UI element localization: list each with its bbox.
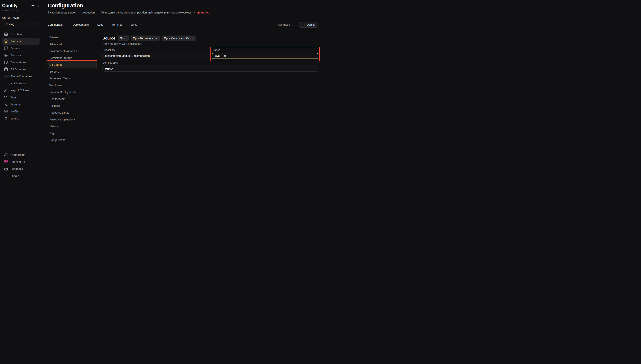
tab-row-right: Advanced Deploy (278, 22, 318, 28)
subnav-item-metrics[interactable]: Metrics (48, 123, 97, 130)
sidebar-item-label: Notifications (11, 82, 26, 85)
branch-value: level-100 (215, 54, 226, 57)
subnav-item-danger-zone[interactable]: Danger Zone (48, 136, 97, 144)
subnav-item-tags[interactable]: Tags (48, 130, 97, 136)
team-select[interactable]: Hosting (2, 21, 40, 27)
current-team-label: Current Team (2, 16, 40, 19)
sidebar-item-s3-storages[interactable]: S3 Storages (2, 66, 40, 73)
subnav-item-resource-limits[interactable]: Resource Limits (48, 109, 97, 116)
subnav-item-servers[interactable]: Servers (48, 68, 97, 75)
tab-deployments[interactable]: Deployments (73, 23, 89, 26)
main-content: Configuration illicitonion quote server … (42, 0, 321, 182)
sidebar-item-destinations[interactable]: Destinations (2, 59, 40, 66)
chevrons-up-down-icon[interactable] (37, 4, 40, 7)
sidebar-item-label: Feedback (11, 167, 23, 170)
subnav-item-rollback[interactable]: Rollback (48, 102, 97, 109)
app-version: v4.0.0-beta.399 (2, 9, 40, 12)
sidebar-item-sponsor-us[interactable]: Sponsor us (2, 158, 40, 165)
help-circle-icon (4, 167, 8, 171)
chevron-down-icon (35, 22, 37, 26)
breadcrumb-application[interactable]: illicitestonion/-module--decomposition:m… (101, 11, 191, 14)
checklist-icon (4, 153, 8, 157)
breadcrumb-project[interactable]: illicitonion quote server (48, 11, 76, 14)
chevron-right-icon (78, 11, 80, 14)
open-repository-label: Open Repository (133, 37, 153, 40)
subnav-item-webhooks[interactable]: Webhooks (48, 82, 97, 89)
tab-configuration[interactable]: Configuration (48, 23, 64, 26)
sidebar-item-notifications[interactable]: Notifications (2, 80, 40, 87)
sidebar-item-feedback[interactable]: Feedback (2, 165, 40, 172)
tab-links-label: Links (131, 23, 137, 26)
terminal-icon (4, 102, 8, 106)
git-source-panel: Source Save Open Repository Open Commits… (97, 34, 321, 182)
sidebar-item-servers[interactable]: Servers (2, 45, 40, 52)
chevrons-up-down-icon (291, 23, 294, 26)
sidebar-item-logout[interactable]: Logout (2, 172, 40, 179)
arrow-up-right-icon (155, 37, 157, 40)
branch-label: Branch (212, 48, 318, 52)
users-icon (4, 116, 8, 120)
sidebar-item-label: Projects (11, 40, 21, 43)
open-repository-button[interactable]: Open Repository (131, 36, 160, 41)
logo-row: Coolify (2, 3, 40, 8)
sidebar-item-onboarding[interactable]: Onboarding (2, 151, 40, 158)
key-icon (4, 88, 8, 92)
sidebar-item-keys-tokens[interactable]: Keys & Tokens (2, 87, 40, 94)
subnav-item-persistent-storage[interactable]: Persistent Storage (48, 54, 97, 61)
sun-icon[interactable] (31, 4, 35, 7)
repository-label: Repository (103, 48, 209, 52)
subnav-item-git-source[interactable]: Git Source (48, 61, 97, 68)
sidebar-footer: Onboarding Sponsor us Feedback Logout (2, 151, 40, 179)
sidebar-item-tags[interactable]: Tags (2, 94, 40, 101)
advanced-dropdown[interactable]: Advanced (278, 23, 294, 26)
subnav-item-healthcheck[interactable]: Healthcheck (48, 96, 97, 102)
sidebar-item-shared-variables[interactable]: (x) Shared Variables (2, 73, 40, 80)
commit-sha-value: HEAD (105, 67, 113, 70)
sidebar-item-label: Sponsor us (11, 160, 25, 164)
breadcrumb-environment[interactable]: production (82, 11, 95, 14)
sidebar-item-label: Dashboard (11, 32, 24, 36)
repository-value: illicitestonion/Module-Decomposition (105, 54, 150, 57)
open-commits-label: Open Commits on Git (164, 37, 190, 40)
chevron-right-icon (193, 11, 196, 14)
sidebar-item-label: Tags (11, 96, 17, 99)
sidebar-item-label: Keys & Tokens (11, 89, 29, 92)
sidebar-item-label: Shared Variables (11, 75, 32, 78)
subnav-item-environment-variables[interactable]: Environment Variables (48, 48, 97, 54)
deploy-button[interactable]: Deploy (299, 22, 318, 28)
commit-sha-input[interactable]: HEAD (103, 66, 318, 72)
user-circle-icon (4, 110, 8, 114)
chevrons-up-down-icon (139, 23, 141, 26)
branch-input[interactable]: level-100 (212, 53, 318, 59)
sidebar-item-label: Terminal (11, 103, 21, 106)
save-label: Save (120, 37, 126, 40)
repository-input[interactable]: illicitestonion/Module-Decomposition (103, 53, 209, 59)
save-button[interactable]: Save (118, 36, 129, 41)
subnav-item-advanced[interactable]: Advanced (48, 41, 97, 48)
sidebar-item-terminal[interactable]: Terminal (2, 101, 40, 108)
home-icon (4, 32, 8, 36)
map-icon (4, 60, 8, 64)
source-header: Source Save Open Repository Open Commits… (103, 36, 318, 41)
sidebar-item-profile[interactable]: Profile (2, 108, 40, 115)
subnav-item-general[interactable]: General (48, 34, 97, 41)
database-icon (4, 67, 8, 71)
sidebar-nav: Dashboard Projects Servers Sources Desti… (2, 30, 40, 122)
play-icon (302, 23, 305, 26)
sidebar-item-sources[interactable]: Sources (2, 52, 40, 59)
subnav-item-scheduled-tasks[interactable]: Scheduled Tasks (48, 75, 97, 82)
sidebar-item-projects[interactable]: Projects (2, 38, 40, 45)
tab-terminal[interactable]: Terminal (112, 23, 122, 26)
sidebar-item-label: Logout (11, 174, 19, 178)
source-description: Code source of your application. (103, 42, 318, 46)
logout-icon (4, 174, 8, 178)
open-commits-button[interactable]: Open Commits on Git (162, 36, 196, 41)
tab-logs[interactable]: Logs (97, 23, 103, 26)
subnav-item-preview-deployments[interactable]: Preview Deployments (48, 89, 97, 96)
sidebar-item-dashboard[interactable]: Dashboard (2, 30, 40, 38)
subnav-item-resource-operations[interactable]: Resource Operations (48, 116, 97, 123)
tab-links[interactable]: Links (131, 23, 141, 26)
braces-x-icon: (x) (4, 74, 8, 78)
sidebar-item-teams[interactable]: Teams (2, 115, 40, 122)
status-badge: Exited (198, 11, 210, 14)
